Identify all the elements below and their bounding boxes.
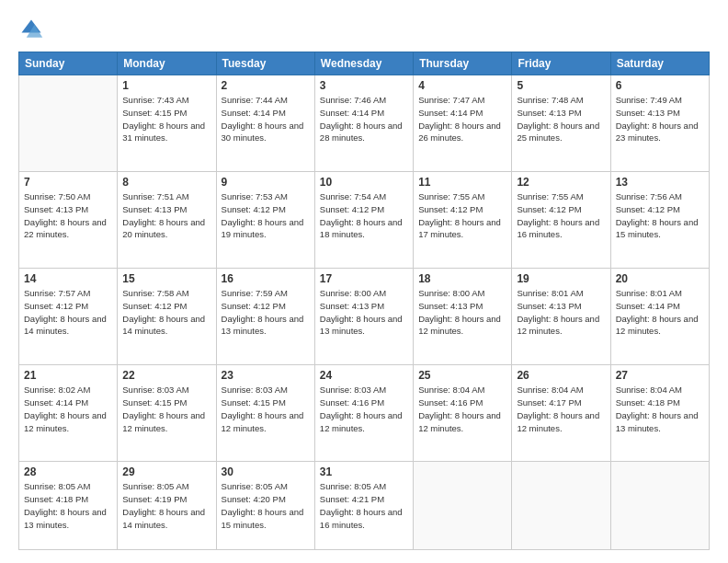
calendar-cell: 23Sunrise: 8:03 AMSunset: 4:15 PMDayligh… bbox=[216, 365, 314, 462]
day-info: Sunrise: 8:05 AMSunset: 4:20 PMDaylight:… bbox=[222, 480, 310, 531]
day-info: Sunrise: 8:04 AMSunset: 4:17 PMDaylight:… bbox=[517, 384, 605, 434]
day-number: 20 bbox=[616, 272, 704, 285]
day-info: Sunrise: 8:04 AMSunset: 4:16 PMDaylight:… bbox=[418, 384, 506, 434]
calendar-cell: 10Sunrise: 7:54 AMSunset: 4:12 PMDayligh… bbox=[314, 172, 413, 269]
day-number: 29 bbox=[122, 465, 210, 478]
calendar-cell: 28Sunrise: 8:05 AMSunset: 4:18 PMDayligh… bbox=[19, 462, 118, 550]
day-number: 23 bbox=[222, 369, 310, 382]
weekday-header-row: SundayMondayTuesdayWednesdayThursdayFrid… bbox=[19, 52, 710, 75]
calendar-cell bbox=[19, 75, 118, 172]
week-row-4: 21Sunrise: 8:02 AMSunset: 4:14 PMDayligh… bbox=[19, 365, 710, 462]
weekday-header-wednesday: Wednesday bbox=[314, 52, 413, 75]
day-number: 10 bbox=[320, 176, 408, 189]
day-number: 22 bbox=[122, 369, 210, 382]
logo bbox=[18, 17, 48, 42]
header bbox=[18, 17, 710, 42]
calendar-cell: 12Sunrise: 7:55 AMSunset: 4:12 PMDayligh… bbox=[512, 172, 610, 269]
day-info: Sunrise: 8:03 AMSunset: 4:15 PMDaylight:… bbox=[122, 384, 210, 434]
day-info: Sunrise: 8:01 AMSunset: 4:13 PMDaylight:… bbox=[517, 287, 605, 338]
day-info: Sunrise: 7:57 AMSunset: 4:12 PMDaylight:… bbox=[24, 287, 112, 338]
calendar-cell bbox=[512, 462, 610, 550]
calendar-cell: 3Sunrise: 7:46 AMSunset: 4:14 PMDaylight… bbox=[314, 75, 413, 172]
calendar-cell: 2Sunrise: 7:44 AMSunset: 4:14 PMDaylight… bbox=[216, 75, 314, 172]
day-number: 3 bbox=[320, 79, 408, 92]
calendar-cell: 13Sunrise: 7:56 AMSunset: 4:12 PMDayligh… bbox=[610, 172, 709, 269]
week-row-1: 1Sunrise: 7:43 AMSunset: 4:15 PMDaylight… bbox=[19, 75, 710, 172]
day-info: Sunrise: 7:59 AMSunset: 4:12 PMDaylight:… bbox=[222, 287, 310, 338]
day-number: 13 bbox=[616, 176, 704, 189]
day-info: Sunrise: 7:55 AMSunset: 4:12 PMDaylight:… bbox=[517, 190, 605, 241]
day-info: Sunrise: 8:04 AMSunset: 4:18 PMDaylight:… bbox=[616, 384, 704, 434]
day-info: Sunrise: 7:46 AMSunset: 4:14 PMDaylight:… bbox=[320, 94, 408, 144]
day-number: 28 bbox=[24, 465, 112, 478]
calendar-cell: 5Sunrise: 7:48 AMSunset: 4:13 PMDaylight… bbox=[512, 75, 610, 172]
day-info: Sunrise: 8:00 AMSunset: 4:13 PMDaylight:… bbox=[418, 287, 506, 338]
day-info: Sunrise: 8:05 AMSunset: 4:21 PMDaylight:… bbox=[320, 480, 408, 531]
calendar-cell: 30Sunrise: 8:05 AMSunset: 4:20 PMDayligh… bbox=[216, 462, 314, 550]
weekday-header-friday: Friday bbox=[512, 52, 610, 75]
calendar-cell: 7Sunrise: 7:50 AMSunset: 4:13 PMDaylight… bbox=[19, 172, 118, 269]
calendar-cell: 16Sunrise: 7:59 AMSunset: 4:12 PMDayligh… bbox=[216, 269, 314, 365]
calendar-cell: 4Sunrise: 7:47 AMSunset: 4:14 PMDaylight… bbox=[414, 75, 512, 172]
day-number: 26 bbox=[517, 369, 605, 382]
day-number: 2 bbox=[222, 79, 310, 92]
day-info: Sunrise: 8:05 AMSunset: 4:19 PMDaylight:… bbox=[122, 480, 210, 531]
day-number: 16 bbox=[222, 272, 310, 285]
day-info: Sunrise: 7:54 AMSunset: 4:12 PMDaylight:… bbox=[320, 190, 408, 241]
calendar-cell: 21Sunrise: 8:02 AMSunset: 4:14 PMDayligh… bbox=[19, 365, 118, 462]
calendar-cell: 8Sunrise: 7:51 AMSunset: 4:13 PMDaylight… bbox=[118, 172, 216, 269]
day-number: 12 bbox=[517, 176, 605, 189]
day-number: 14 bbox=[24, 272, 112, 285]
calendar-table: SundayMondayTuesdayWednesdayThursdayFrid… bbox=[18, 52, 710, 550]
day-number: 8 bbox=[122, 176, 210, 189]
calendar-cell: 22Sunrise: 8:03 AMSunset: 4:15 PMDayligh… bbox=[118, 365, 216, 462]
calendar-cell: 19Sunrise: 8:01 AMSunset: 4:13 PMDayligh… bbox=[512, 269, 610, 365]
day-number: 7 bbox=[24, 176, 112, 189]
calendar-cell: 17Sunrise: 8:00 AMSunset: 4:13 PMDayligh… bbox=[314, 269, 413, 365]
page: SundayMondayTuesdayWednesdayThursdayFrid… bbox=[0, 0, 728, 563]
day-info: Sunrise: 8:00 AMSunset: 4:13 PMDaylight:… bbox=[320, 287, 408, 338]
calendar-cell: 29Sunrise: 8:05 AMSunset: 4:19 PMDayligh… bbox=[118, 462, 216, 550]
day-info: Sunrise: 7:55 AMSunset: 4:12 PMDaylight:… bbox=[418, 190, 506, 241]
day-info: Sunrise: 7:50 AMSunset: 4:13 PMDaylight:… bbox=[24, 190, 112, 241]
day-number: 15 bbox=[122, 272, 210, 285]
week-row-2: 7Sunrise: 7:50 AMSunset: 4:13 PMDaylight… bbox=[19, 172, 710, 269]
day-number: 4 bbox=[418, 79, 506, 92]
day-number: 30 bbox=[222, 465, 310, 478]
day-number: 25 bbox=[418, 369, 506, 382]
day-number: 6 bbox=[616, 79, 704, 92]
day-info: Sunrise: 8:03 AMSunset: 4:15 PMDaylight:… bbox=[222, 384, 310, 434]
day-info: Sunrise: 7:56 AMSunset: 4:12 PMDaylight:… bbox=[616, 190, 704, 241]
calendar-cell: 25Sunrise: 8:04 AMSunset: 4:16 PMDayligh… bbox=[414, 365, 512, 462]
weekday-header-monday: Monday bbox=[118, 52, 216, 75]
calendar-cell: 18Sunrise: 8:00 AMSunset: 4:13 PMDayligh… bbox=[414, 269, 512, 365]
weekday-header-sunday: Sunday bbox=[19, 52, 118, 75]
weekday-header-tuesday: Tuesday bbox=[216, 52, 314, 75]
calendar-cell: 9Sunrise: 7:53 AMSunset: 4:12 PMDaylight… bbox=[216, 172, 314, 269]
day-number: 19 bbox=[517, 272, 605, 285]
day-number: 27 bbox=[616, 369, 704, 382]
day-info: Sunrise: 7:48 AMSunset: 4:13 PMDaylight:… bbox=[517, 94, 605, 144]
day-info: Sunrise: 8:05 AMSunset: 4:18 PMDaylight:… bbox=[24, 480, 112, 531]
calendar-cell bbox=[610, 462, 709, 550]
day-number: 24 bbox=[320, 369, 408, 382]
day-info: Sunrise: 7:44 AMSunset: 4:14 PMDaylight:… bbox=[222, 94, 310, 144]
day-info: Sunrise: 7:47 AMSunset: 4:14 PMDaylight:… bbox=[418, 94, 506, 144]
day-number: 21 bbox=[24, 369, 112, 382]
logo-icon bbox=[18, 17, 44, 42]
day-number: 5 bbox=[517, 79, 605, 92]
day-info: Sunrise: 8:02 AMSunset: 4:14 PMDaylight:… bbox=[24, 384, 112, 434]
calendar-cell bbox=[414, 462, 512, 550]
day-number: 11 bbox=[418, 176, 506, 189]
day-info: Sunrise: 7:58 AMSunset: 4:12 PMDaylight:… bbox=[122, 287, 210, 338]
weekday-header-thursday: Thursday bbox=[414, 52, 512, 75]
calendar-cell: 31Sunrise: 8:05 AMSunset: 4:21 PMDayligh… bbox=[314, 462, 413, 550]
calendar-cell: 20Sunrise: 8:01 AMSunset: 4:14 PMDayligh… bbox=[610, 269, 709, 365]
week-row-3: 14Sunrise: 7:57 AMSunset: 4:12 PMDayligh… bbox=[19, 269, 710, 365]
day-number: 17 bbox=[320, 272, 408, 285]
calendar-cell: 14Sunrise: 7:57 AMSunset: 4:12 PMDayligh… bbox=[19, 269, 118, 365]
day-number: 18 bbox=[418, 272, 506, 285]
day-info: Sunrise: 7:43 AMSunset: 4:15 PMDaylight:… bbox=[122, 94, 210, 144]
calendar-cell: 15Sunrise: 7:58 AMSunset: 4:12 PMDayligh… bbox=[118, 269, 216, 365]
day-info: Sunrise: 7:53 AMSunset: 4:12 PMDaylight:… bbox=[222, 190, 310, 241]
